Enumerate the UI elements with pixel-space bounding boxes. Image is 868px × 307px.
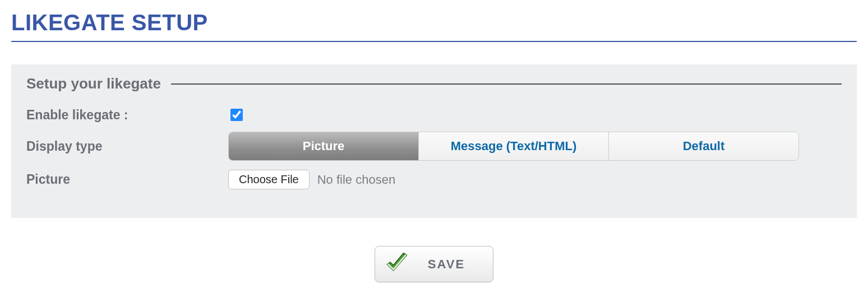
- display-type-option-picture[interactable]: Picture: [229, 132, 418, 160]
- row-display-type: Display type Picture Message (Text/HTML)…: [26, 132, 842, 161]
- label-enable-likegate: Enable likegate :: [26, 108, 228, 123]
- page-title: LIKEGATE SETUP: [11, 10, 857, 42]
- choose-file-button[interactable]: Choose File: [228, 170, 310, 189]
- panel-legend: Setup your likegate: [26, 75, 161, 92]
- checkmark-icon: [384, 251, 409, 277]
- save-button-label: SAVE: [428, 257, 465, 272]
- row-picture: Picture Choose File No file chosen: [26, 170, 842, 189]
- likegate-panel: Setup your likegate Enable likegate : Di…: [11, 64, 857, 218]
- panel-legend-line: [171, 83, 842, 85]
- label-display-type: Display type: [26, 139, 228, 154]
- display-type-segmented: Picture Message (Text/HTML) Default: [228, 132, 799, 161]
- enable-likegate-checkbox[interactable]: [230, 109, 243, 121]
- save-button[interactable]: SAVE: [375, 246, 493, 282]
- file-chosen-status: No file chosen: [317, 173, 395, 187]
- display-type-option-message[interactable]: Message (Text/HTML): [418, 132, 608, 160]
- save-row: SAVE: [11, 246, 857, 282]
- panel-legend-row: Setup your likegate: [26, 75, 842, 92]
- display-type-option-default[interactable]: Default: [608, 132, 798, 160]
- row-enable-likegate: Enable likegate :: [26, 107, 842, 123]
- picture-file-wrap: Choose File No file chosen: [228, 170, 395, 189]
- label-picture: Picture: [26, 172, 228, 187]
